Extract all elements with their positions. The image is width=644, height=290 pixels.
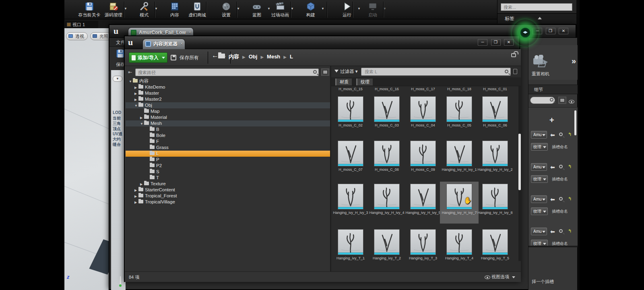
- tree-expander-icon[interactable]: ▶: [140, 181, 144, 187]
- asset-thumbnail-Hanging_ivy_H_ivy_4[interactable]: [374, 184, 399, 209]
- reset-to-default-icon[interactable]: ↰: [568, 228, 572, 234]
- tree-expander-icon[interactable]: ▼: [129, 79, 133, 85]
- details-search-input[interactable]: [530, 97, 555, 104]
- tree-expander-icon[interactable]: ▶: [140, 115, 144, 121]
- add-import-button[interactable]: 添加/导入: [129, 52, 167, 63]
- visibility-filter-button[interactable]: [569, 98, 574, 105]
- asset-thumbnail-H_moss_C_02[interactable]: [338, 97, 363, 122]
- filters-button[interactable]: 过滤器 ▾: [334, 68, 357, 75]
- reset-camera-button[interactable]: 重置相机 »: [528, 45, 578, 80]
- toolbar-item-settings[interactable]: 设置▼: [212, 1, 241, 18]
- tree-item-tropical_forest[interactable]: ▶Tropical_Forest: [126, 193, 330, 199]
- material-select-dropdown[interactable]: Amu: [531, 195, 547, 203]
- material-select-dropdown[interactable]: Amu: [531, 131, 547, 139]
- asset-thumbnail-Hanging_ivy_H_ivy_3[interactable]: [338, 184, 363, 209]
- chevron-down-icon[interactable]: ▼: [124, 7, 127, 10]
- asset-thumbnail-H_moss_C_03[interactable]: [374, 97, 399, 122]
- level-viewport[interactable]: z: [64, 28, 110, 290]
- tree-item-obj[interactable]: ▼Obj: [126, 102, 330, 108]
- browse-icon[interactable]: [559, 165, 563, 168]
- reset-to-default-icon[interactable]: ↰: [568, 132, 572, 137]
- tree-item-material[interactable]: ▶Material: [126, 114, 330, 120]
- asset-thumbnail-H_moss_C_07[interactable]: [338, 141, 363, 166]
- assign-arrow-icon[interactable]: ⬅: [550, 196, 555, 203]
- asset-thumbnail-Hanging_ivy_H_ivy_2[interactable]: [483, 141, 508, 166]
- asset-thumbnail-H_moss_C_05[interactable]: [447, 97, 472, 122]
- breadcrumb-item[interactable]: Obj: [249, 54, 258, 60]
- tree-expander-icon[interactable]: ▶: [134, 91, 138, 97]
- tree-item-b[interactable]: B: [126, 126, 330, 133]
- chevron-down-icon[interactable]: ▼: [237, 7, 240, 10]
- sidebar-search-input[interactable]: [501, 3, 572, 11]
- asset-thumbnail-Hanging_ivy_T_3[interactable]: [411, 230, 436, 255]
- chevron-down-icon[interactable]: ▼: [291, 7, 294, 10]
- reset-to-default-icon[interactable]: ↰: [568, 164, 572, 169]
- section-divider[interactable]: [528, 246, 578, 247]
- content-browser-tab[interactable]: 内容浏览器 ×: [142, 39, 185, 49]
- tree-item-kitedemo[interactable]: ▶KiteDemo: [126, 84, 330, 90]
- maximize-button[interactable]: ❐: [546, 28, 555, 34]
- tree-item-s[interactable]: S: [126, 169, 330, 175]
- perspective-button[interactable]: 透视: [66, 32, 88, 40]
- breadcrumb-item[interactable]: 内容: [229, 54, 239, 60]
- tab-close-icon[interactable]: ×: [180, 39, 183, 49]
- tree-expander-icon[interactable]: ▶: [134, 199, 138, 205]
- toolbar-item-launch[interactable]: 启动▼: [358, 1, 387, 18]
- tree-item-bole[interactable]: Bole: [126, 133, 330, 139]
- view-options-button[interactable]: 视图选项: [485, 274, 515, 280]
- asset-thumbnail-H_moss_C_06[interactable]: [483, 97, 508, 122]
- asset-thumbnail-H_moss_C_09[interactable]: [411, 141, 436, 166]
- tree-item-master[interactable]: ▶Master: [126, 90, 330, 96]
- toolbar-item-build[interactable]: 构建▼: [296, 1, 325, 18]
- asset-thumbnail-Hanging_ivy_T_4[interactable]: [447, 230, 472, 255]
- path-search-input[interactable]: 搜索路径: [135, 68, 319, 76]
- minimize-button[interactable]: ─: [478, 39, 487, 46]
- add-slot-button[interactable]: +: [549, 116, 554, 125]
- collapse-arrow-icon[interactable]: [538, 17, 542, 19]
- tree-item-map[interactable]: Map: [126, 108, 330, 114]
- tree-item-startercontent[interactable]: ▶StarterContent: [126, 187, 330, 193]
- toolbar-item-cinematics[interactable]: 过场动画▼: [266, 1, 295, 18]
- expand-toolbar-chevron[interactable]: »: [572, 56, 574, 66]
- material-select-dropdown[interactable]: Amu: [531, 163, 547, 171]
- assign-arrow-icon[interactable]: ⬅: [550, 132, 555, 138]
- asset-thumbnail-Hanging_ivy_H_ivy_5[interactable]: [411, 184, 436, 209]
- asset-thumbnail-Hanging_ivy_T_5[interactable]: [483, 230, 508, 255]
- close-button[interactable]: ✕: [559, 28, 568, 34]
- asset-thumbnail-Hanging_ivy_H_ivy_8[interactable]: [483, 184, 508, 209]
- tree-expander-icon[interactable]: ▶: [134, 97, 138, 103]
- filter-chip-material[interactable]: 材质: [335, 79, 352, 85]
- asset-thumbnail-Hanging_ivy_H_ivy_1[interactable]: [447, 141, 472, 166]
- tree-item-f[interactable]: F: [126, 139, 330, 145]
- assign-arrow-icon[interactable]: ⬅: [550, 228, 555, 235]
- tags-header[interactable]: 标签: [497, 13, 577, 23]
- details-grid-view-button[interactable]: [558, 97, 566, 104]
- tree-item-master2[interactable]: ▶Master2: [126, 96, 330, 102]
- tree-item-t[interactable]: T: [126, 175, 330, 181]
- material-select-dropdown[interactable]: Amu: [531, 228, 547, 235]
- asset-search-input[interactable]: 搜索 L: [361, 68, 511, 76]
- tree-item-p[interactable]: P: [126, 157, 330, 163]
- reset-to-default-icon[interactable]: ↰: [568, 196, 572, 201]
- assign-arrow-icon[interactable]: ⬅: [550, 164, 555, 170]
- tree-expander-icon[interactable]: ▼: [140, 121, 144, 127]
- breadcrumb-item[interactable]: L: [290, 54, 293, 60]
- toolbar-item-source-control[interactable]: 源码管理▼: [99, 1, 128, 18]
- chevron-down-icon[interactable]: ▼: [155, 7, 158, 10]
- tree-item-内容[interactable]: ▼内容: [126, 78, 330, 84]
- viewport-options-dropdown[interactable]: ▼: [113, 76, 122, 82]
- tree-item-p2[interactable]: P2: [126, 163, 330, 169]
- details-tab[interactable]: 细节: [528, 85, 578, 94]
- chevron-down-icon[interactable]: ▼: [321, 7, 324, 10]
- asset-thumbnail-Hanging_ivy_T_1[interactable]: [338, 230, 363, 255]
- tree-item-texture[interactable]: ▶Texture: [126, 181, 330, 187]
- chevron-down-icon[interactable]: ▼: [383, 7, 386, 10]
- mesh-editor-viewport[interactable]: ▼ LOD当前三角顶点UV通大约缝合: [111, 70, 126, 290]
- lock-icon[interactable]: [511, 53, 516, 57]
- texture-dropdown[interactable]: 纹理: [531, 143, 548, 151]
- tree-expander-icon[interactable]: ▶: [134, 85, 138, 91]
- asset-thumbnail-Hanging_ivy_T_2[interactable]: [374, 230, 399, 255]
- tree-expander-icon[interactable]: ▶: [134, 187, 138, 193]
- toolbar-item-play[interactable]: 运行▼: [332, 1, 361, 18]
- texture-dropdown[interactable]: 纹理: [531, 207, 548, 215]
